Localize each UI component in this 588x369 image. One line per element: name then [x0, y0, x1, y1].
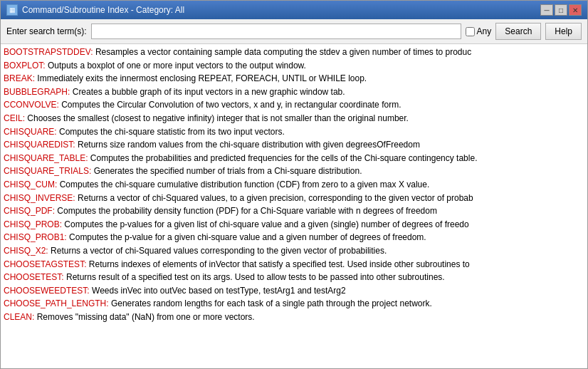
command-name: CHOOSE_PATH_LENGTH:: [4, 298, 109, 308]
search-label: Enter search term(s):: [6, 26, 87, 36]
command-name: CEIL:: [4, 113, 25, 123]
command-name: BOXPLOT:: [4, 61, 46, 71]
command-desc: Returns indexes of elements of inVector …: [86, 259, 469, 269]
command-name: CHOOSETAGSTEST:: [4, 259, 86, 269]
command-name: BREAK:: [4, 73, 35, 83]
search-bar: Enter search term(s): Any Search Help: [1, 19, 587, 44]
title-bar: ▦ Command/Subroutine Index - Category: A…: [1, 1, 587, 19]
list-item: CHISQUARE: Computes the chi-square stati…: [4, 125, 584, 139]
command-list[interactable]: BOOTSTRAPSTDDEV: Resamples a vector cont…: [1, 44, 587, 368]
command-desc: Outputs a boxplot of one or more input v…: [46, 61, 306, 71]
title-bar-left: ▦ Command/Subroutine Index - Category: A…: [6, 4, 184, 16]
list-item: BREAK: Immediately exits the innermost e…: [4, 72, 584, 85]
command-desc: Creates a bubble graph of its input vect…: [70, 87, 345, 97]
command-name: CHISQ_PROB1:: [4, 232, 67, 242]
any-checkbox[interactable]: [466, 27, 475, 36]
command-name: CHISQUARE_TABLE:: [4, 153, 88, 163]
command-name: CLEAN:: [4, 312, 34, 322]
minimize-button[interactable]: ─: [540, 4, 553, 16]
command-desc: Returns result of a specified test on it…: [64, 272, 445, 282]
search-button[interactable]: Search: [495, 23, 541, 40]
maximize-button[interactable]: □: [555, 4, 567, 16]
list-item: CHISQUAREDIST: Returns size random value…: [4, 138, 584, 152]
help-button[interactable]: Help: [545, 23, 582, 40]
list-item: CHISQ_X2: Returns a vector of chi-Square…: [4, 244, 584, 258]
command-desc: Removes "missing data" (NaN) from one or…: [34, 312, 254, 322]
command-desc: Computes the probabilities and predicted…: [88, 153, 477, 163]
list-item: CHOOSETEST: Returns result of a specifie…: [4, 271, 584, 284]
command-desc: Chooses the smallest (closest to negativ…: [25, 113, 409, 123]
window-title: Command/Subroutine Index - Category: All: [22, 5, 184, 15]
command-name: CHISQ_PROB:: [4, 219, 62, 229]
command-desc: Computes the chi-square cumulative distr…: [57, 180, 429, 189]
list-item: CCONVOLVE: Computes the Circular Convolu…: [4, 98, 584, 112]
content-area: BOOTSTRAPSTDDEV: Resamples a vector cont…: [1, 44, 587, 368]
command-desc: Computes the Circular Convolution of two…: [59, 100, 401, 110]
command-name: CHISQUAREDIST:: [4, 140, 75, 150]
list-item: CHISQ_PROB: Computes the p-values for a …: [4, 218, 584, 232]
any-label: Any: [477, 26, 492, 36]
list-item: CLEAN: Removes "missing data" (NaN) from…: [4, 311, 584, 324]
command-name: CHISQ_X2:: [4, 246, 48, 256]
list-item: CHISQUARE_TABLE: Computes the probabilit…: [4, 152, 584, 165]
command-desc: Returns a vector of chi-Squared values, …: [75, 193, 473, 203]
any-checkbox-container[interactable]: Any: [466, 26, 492, 36]
list-item: CHOOSETAGSTEST: Returns indexes of eleme…: [4, 258, 584, 271]
command-desc: Immediately exits the innermost enclosin…: [35, 73, 367, 83]
list-item: CHISQ_PROB1: Computes the p-value for a …: [4, 231, 584, 244]
command-desc: Returns size random values from the chi-…: [75, 140, 420, 150]
command-desc: Resamples a vector containing sample dat…: [93, 47, 472, 57]
command-desc: Weeds inVec into outVec based on testTyp…: [90, 286, 346, 296]
command-name: CHISQ_CUM:: [4, 180, 57, 189]
window-icon-symbol: ▦: [9, 6, 16, 14]
list-item: CHOOSEWEEDTEST: Weeds inVec into outVec …: [4, 284, 584, 298]
close-button[interactable]: ✕: [569, 4, 582, 16]
command-desc: Generates the specified number of trials…: [91, 166, 362, 176]
list-item: CEIL: Chooses the smallest (closest to n…: [4, 112, 584, 125]
list-item: CHISQ_PDF: Computes the probability dens…: [4, 204, 584, 218]
command-desc: Computes the chi-square statistic from i…: [57, 127, 285, 137]
command-name: CHISQUARE:: [4, 127, 57, 137]
command-name: CHISQ_PDF:: [4, 206, 55, 216]
command-name: CHISQUARE_TRIALS:: [4, 166, 91, 176]
command-desc: Computes the p-value for a given chi-squ…: [67, 232, 426, 242]
command-name: CHISQ_INVERSE:: [4, 193, 75, 203]
command-desc: Computes the probability density functio…: [55, 206, 437, 216]
window-icon: ▦: [6, 4, 18, 16]
list-item: CHISQ_CUM: Computes the chi-square cumul…: [4, 178, 584, 192]
list-item: BUBBLEGRAPH: Creates a bubble graph of i…: [4, 85, 584, 99]
list-item: CHISQUARE_TRIALS: Generates the specifie…: [4, 165, 584, 178]
list-item: CHOOSE_PATH_LENGTH: Generates random len…: [4, 297, 584, 311]
command-name: CHOOSEWEEDTEST:: [4, 286, 90, 296]
command-desc: Computes the p-values for a given list o…: [62, 219, 469, 229]
command-name: BUBBLEGRAPH:: [4, 87, 70, 97]
main-window: ▦ Command/Subroutine Index - Category: A…: [0, 0, 588, 369]
command-desc: Generates random lengths for each task o…: [109, 298, 432, 308]
command-name: CHOOSETEST:: [4, 272, 64, 282]
list-item: CHISQ_INVERSE: Returns a vector of chi-S…: [4, 192, 584, 205]
command-name: CCONVOLVE:: [4, 100, 59, 110]
search-input[interactable]: [91, 24, 461, 39]
command-name: BOOTSTRAPSTDDEV:: [4, 47, 93, 57]
command-desc: Returns a vector of chi-Squared values c…: [48, 246, 387, 256]
list-item: BOXPLOT: Outputs a boxplot of one or mor…: [4, 59, 584, 73]
title-controls[interactable]: ─ □ ✕: [540, 4, 582, 16]
list-item: BOOTSTRAPSTDDEV: Resamples a vector cont…: [4, 46, 584, 59]
